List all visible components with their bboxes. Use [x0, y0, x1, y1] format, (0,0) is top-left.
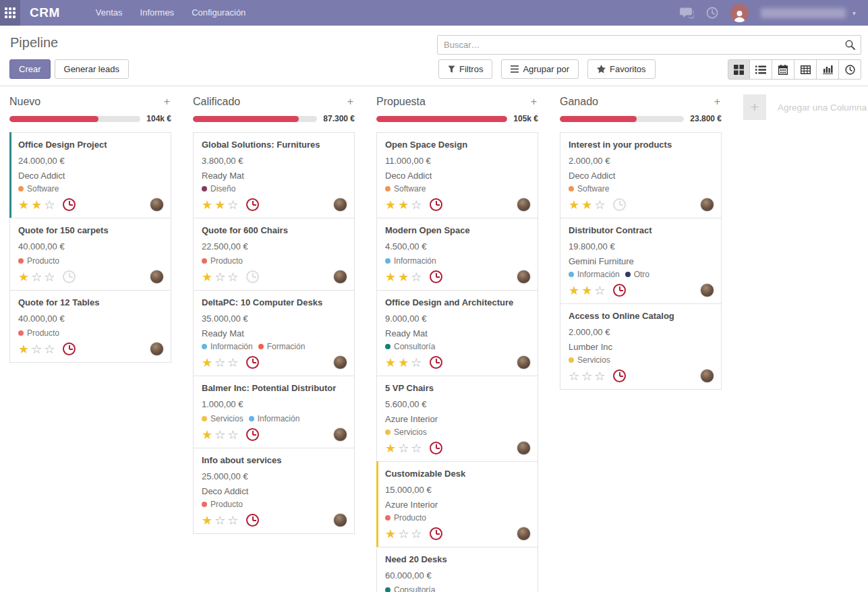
card-priority-stars[interactable]: ★★☆	[385, 199, 424, 211]
star-filled-icon[interactable]: ★	[202, 198, 214, 212]
salesperson-avatar[interactable]	[333, 270, 347, 284]
star-empty-icon[interactable]: ☆	[569, 369, 581, 383]
group-by-button[interactable]: Agrupar por	[501, 59, 579, 79]
column-progressbar[interactable]	[560, 116, 684, 122]
star-filled-icon[interactable]: ★	[18, 270, 31, 284]
kanban-card[interactable]: Quote for 150 carpets 40.000,00 € Produc…	[9, 218, 171, 291]
salesperson-avatar[interactable]	[517, 198, 531, 212]
view-kanban-button[interactable]	[728, 59, 750, 80]
apps-menu-button[interactable]	[0, 0, 20, 26]
column-title[interactable]: Ganado	[560, 96, 598, 108]
search-icon[interactable]	[840, 40, 861, 50]
user-name-redacted[interactable]	[761, 8, 846, 18]
salesperson-avatar[interactable]	[333, 513, 347, 527]
kanban-card[interactable]: Office Design and Architecture 9.000,00 …	[376, 290, 538, 376]
star-empty-icon[interactable]: ☆	[44, 270, 57, 284]
activity-clock-icon[interactable]	[63, 198, 76, 211]
kanban-card[interactable]: Access to Online Catalog 2.000,00 € Lumb…	[560, 303, 722, 390]
messages-icon[interactable]	[680, 7, 694, 19]
app-brand[interactable]: CRM	[30, 5, 60, 20]
generate-leads-button[interactable]: Generar leads	[55, 59, 129, 79]
add-column-label[interactable]: Agregar una Columna	[778, 102, 867, 113]
view-list-button[interactable]	[750, 59, 772, 80]
salesperson-avatar[interactable]	[150, 270, 164, 284]
card-priority-stars[interactable]: ☆☆☆	[569, 370, 607, 382]
card-priority-stars[interactable]: ★★☆	[18, 199, 57, 211]
salesperson-avatar[interactable]	[333, 355, 347, 369]
star-empty-icon[interactable]: ☆	[594, 369, 607, 383]
create-button[interactable]: Crear	[9, 59, 51, 79]
column-progressbar[interactable]	[9, 116, 140, 122]
salesperson-avatar[interactable]	[517, 527, 531, 541]
star-empty-icon[interactable]: ☆	[227, 356, 240, 369]
star-empty-icon[interactable]: ☆	[31, 343, 44, 356]
menu-configuracion[interactable]: Configuración	[183, 0, 254, 26]
card-priority-stars[interactable]: ★★☆	[385, 271, 424, 283]
salesperson-avatar[interactable]	[517, 270, 531, 284]
add-column-button[interactable]: +	[743, 94, 766, 120]
star-filled-icon[interactable]: ★	[202, 428, 214, 442]
kanban-card[interactable]: 5 VP Chairs 5.600,00 € Azure Interior Se…	[376, 376, 538, 462]
card-priority-stars[interactable]: ★☆☆	[202, 271, 240, 283]
activity-clock-icon[interactable]	[246, 514, 259, 527]
star-empty-icon[interactable]: ☆	[398, 527, 411, 541]
view-activity-button[interactable]	[839, 59, 861, 80]
activity-clock-icon[interactable]	[246, 270, 259, 283]
salesperson-avatar[interactable]	[150, 342, 164, 356]
activity-clock-icon[interactable]	[613, 284, 626, 297]
star-empty-icon[interactable]: ☆	[398, 442, 411, 455]
kanban-card[interactable]: Office Design Project 24.000,00 € Deco A…	[9, 132, 171, 218]
star-filled-icon[interactable]: ★	[385, 442, 398, 455]
card-priority-stars[interactable]: ★★☆	[569, 199, 607, 211]
star-empty-icon[interactable]: ☆	[594, 198, 607, 212]
salesperson-avatar[interactable]	[517, 441, 531, 455]
star-filled-icon[interactable]: ★	[202, 514, 214, 527]
search-input[interactable]	[438, 40, 840, 50]
salesperson-avatar[interactable]	[150, 198, 164, 212]
user-menu-caret-icon[interactable]: ▾	[852, 9, 856, 17]
kanban-card[interactable]: Distributor Contract 19.800,00 € Gemini …	[560, 218, 722, 304]
card-priority-stars[interactable]: ★☆☆	[202, 429, 240, 441]
kanban-card[interactable]: Modern Open Space 4.500,00 € Información…	[376, 218, 538, 291]
kanban-card[interactable]: Interest in your products 2.000,00 € Dec…	[560, 132, 722, 218]
kanban-card[interactable]: DeltaPC: 10 Computer Desks 35.000,00 € R…	[193, 290, 355, 376]
star-filled-icon[interactable]: ★	[18, 343, 31, 356]
kanban-card[interactable]: Quote for 600 Chairs 22.500,00 € Product…	[193, 218, 355, 291]
favorites-button[interactable]: Favoritos	[587, 59, 655, 79]
card-priority-stars[interactable]: ★☆☆	[385, 528, 424, 540]
activity-clock-icon[interactable]	[613, 369, 626, 382]
activity-clock-icon[interactable]	[430, 527, 442, 540]
card-priority-stars[interactable]: ★★☆	[202, 199, 240, 211]
activity-clock-icon[interactable]	[430, 442, 442, 454]
salesperson-avatar[interactable]	[700, 198, 714, 212]
star-empty-icon[interactable]: ☆	[214, 428, 227, 442]
column-progressbar[interactable]	[193, 116, 317, 122]
activity-clock-icon[interactable]	[430, 198, 442, 211]
activity-clock-icon[interactable]	[430, 270, 442, 283]
card-priority-stars[interactable]: ★☆☆	[202, 357, 240, 369]
star-empty-icon[interactable]: ☆	[214, 356, 227, 369]
star-empty-icon[interactable]: ☆	[411, 442, 424, 455]
salesperson-avatar[interactable]	[700, 283, 714, 297]
star-filled-icon[interactable]: ★	[214, 198, 227, 212]
activity-clock-icon[interactable]	[246, 356, 259, 369]
kanban-card[interactable]: Quote for 12 Tables 40.000,00 € Producto…	[9, 290, 171, 363]
card-priority-stars[interactable]: ★☆☆	[202, 514, 240, 527]
star-filled-icon[interactable]: ★	[398, 270, 411, 284]
kanban-card[interactable]: Customizable Desk 15.000,00 € Azure Inte…	[376, 461, 538, 547]
column-title[interactable]: Calificado	[193, 96, 240, 108]
column-title[interactable]: Nuevo	[9, 96, 40, 108]
star-empty-icon[interactable]: ☆	[31, 270, 44, 284]
star-empty-icon[interactable]: ☆	[227, 514, 240, 527]
star-empty-icon[interactable]: ☆	[411, 356, 424, 369]
menu-informes[interactable]: Informes	[132, 0, 183, 26]
view-graph-button[interactable]	[817, 59, 839, 80]
star-filled-icon[interactable]: ★	[202, 270, 214, 284]
star-empty-icon[interactable]: ☆	[44, 343, 57, 356]
star-filled-icon[interactable]: ★	[18, 198, 31, 212]
star-empty-icon[interactable]: ☆	[227, 428, 240, 442]
star-empty-icon[interactable]: ☆	[227, 270, 240, 284]
card-priority-stars[interactable]: ★★☆	[569, 285, 607, 297]
activity-clock-icon[interactable]	[63, 270, 76, 283]
view-calendar-button[interactable]	[772, 59, 794, 80]
